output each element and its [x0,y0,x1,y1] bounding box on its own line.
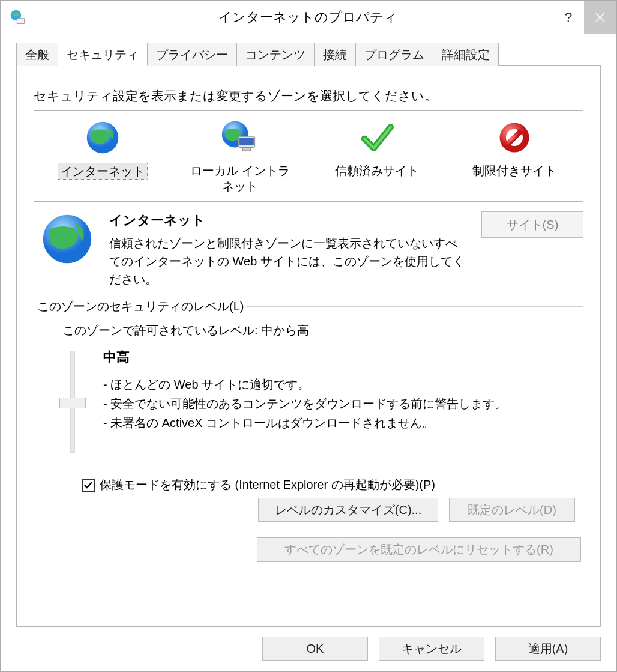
security-panel: セキュリティ設定を表示または変更するゾーンを選択してください。 インターネット [16,65,601,627]
default-level-button: 既定のレベル(D) [449,498,575,522]
active-zone-description: 信頼されたゾーンと制限付きゾーンに一覧表示されていないすべてのインターネットの … [109,234,465,288]
reset-all-zones-button: すべてのゾーンを既定のレベルにリセットする(R) [257,537,581,562]
tab-content[interactable]: コンテンツ [236,43,315,66]
svg-rect-5 [239,138,254,145]
current-level-name: 中高 [103,348,507,366]
svg-rect-1 [17,19,24,24]
level-bullet: - ほとんどの Web サイトに適切です。 [103,375,507,394]
close-button[interactable] [584,1,616,34]
tab-general[interactable]: 全般 [16,43,58,66]
help-button[interactable]: ? [553,1,584,34]
tab-connections[interactable]: 接続 [314,43,356,66]
level-bullet: - 安全でない可能性のあるコンテンツをダウンロードする前に警告します。 [103,394,507,413]
tab-advanced[interactable]: 詳細設定 [433,43,499,66]
zone-restricted[interactable]: 制限付きサイト [454,116,574,196]
apply-button[interactable]: 適用(A) [495,637,601,661]
protected-mode-checkbox[interactable]: 保護モードを有効にする (Internet Explorer の再起動が必要)(… [82,477,577,493]
globe-icon [83,118,122,157]
internet-options-icon [9,8,27,26]
security-level-legend: このゾーンのセキュリティのレベル(L) [34,298,247,315]
tab-programs[interactable]: プログラム [355,43,433,66]
zone-label: ローカル イントラネット [182,163,298,194]
tabbar: 全般 セキュリティ プライバシー コンテンツ 接続 プログラム 詳細設定 [16,43,616,66]
tab-privacy[interactable]: プライバシー [147,43,237,66]
titlebar: インターネットのプロパティ ? [1,1,616,34]
allowed-levels-label: このゾーンで許可されているレベル: 中から高 [62,322,577,339]
customize-level-button[interactable]: レベルのカスタマイズ(C)... [258,498,438,522]
sites-button: サイト(S) [481,211,583,238]
zone-trusted[interactable]: 信頼済みサイト [317,116,437,196]
checkbox-icon [82,479,95,492]
svg-rect-6 [242,147,250,150]
zone-internet[interactable]: インターネット [43,116,163,196]
zone-label: インターネット [58,163,148,180]
zone-selector: インターネット ローカル イントラネット [34,110,583,202]
zone-label: 信頼済みサイト [333,163,421,178]
cancel-button[interactable]: キャンセル [379,637,484,661]
window-title: インターネットのプロパティ [27,8,553,26]
prohibited-icon [495,118,534,157]
globe-monitor-icon [221,118,259,157]
protected-mode-label: 保護モードを有効にする (Internet Explorer の再起動が必要)(… [100,477,435,493]
security-level-slider[interactable] [56,351,89,465]
zone-label: 制限付きサイト [470,163,559,178]
globe-icon [40,211,97,269]
dialog-button-row: OK キャンセル 適用(A) [1,627,616,671]
checkmark-icon [358,118,396,157]
security-level-group: このゾーンのセキュリティのレベル(L) このゾーンで許可されているレベル: 中か… [34,306,583,531]
level-bullet: - 未署名の ActiveX コントロールはダウンロードされません。 [103,413,507,432]
zone-instruction: セキュリティ設定を表示または変更するゾーンを選択してください。 [34,88,583,104]
active-zone-name: インターネット [109,211,465,229]
zone-local-intranet[interactable]: ローカル イントラネット [180,116,300,196]
tab-security[interactable]: セキュリティ [58,43,148,66]
ok-button[interactable]: OK [262,637,368,661]
zone-description-row: インターネット 信頼されたゾーンと制限付きゾーンに一覧表示されていないすべてのイ… [40,211,583,288]
